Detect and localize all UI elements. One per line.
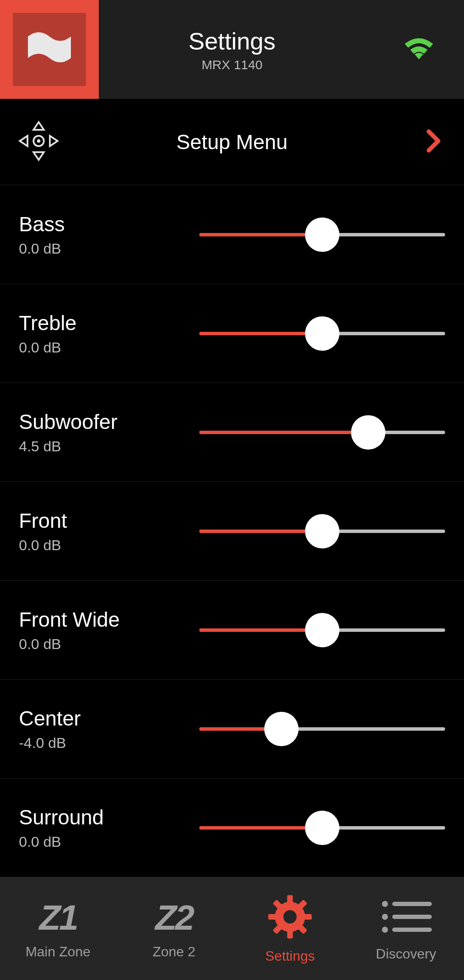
slider-thumb[interactable] <box>264 712 299 746</box>
page-title: Settings <box>189 27 275 55</box>
slider-row-front: Front0.0 dB <box>0 481 464 580</box>
flag-icon <box>26 30 73 69</box>
svg-marker-3 <box>50 136 58 146</box>
slider-fill <box>199 233 322 236</box>
svg-point-15 <box>284 910 297 923</box>
slider-fill <box>199 530 322 533</box>
slider-thumb[interactable] <box>305 613 339 647</box>
gear-icon <box>266 893 314 942</box>
setup-menu-row[interactable]: Setup Menu <box>0 99 464 185</box>
slider-thumb[interactable] <box>305 217 339 252</box>
slider-labels: Bass0.0 dB <box>19 212 199 257</box>
slider-fill <box>199 332 322 335</box>
svg-marker-0 <box>34 122 44 130</box>
slider-labels: Subwoofer4.5 dB <box>19 410 199 455</box>
app-logo-button[interactable] <box>0 0 99 99</box>
nav-label: Discovery <box>376 946 436 962</box>
slider-labels: Front Wide0.0 dB <box>19 608 199 652</box>
slider-name: Front <box>19 509 199 533</box>
dpad-nav-icon[interactable] <box>17 119 60 164</box>
svg-rect-10 <box>302 914 312 919</box>
slider-fill <box>199 826 322 830</box>
slider-fill <box>199 431 368 434</box>
list-icon <box>378 895 434 940</box>
slider-thumb[interactable] <box>351 415 385 450</box>
slider-labels: Front0.0 dB <box>19 509 199 554</box>
nav-discovery[interactable]: Discovery <box>348 877 464 980</box>
slider-bass[interactable] <box>199 217 445 252</box>
slider-row-surround: Surround0.0 dB <box>0 778 464 877</box>
slider-value: 0.0 dB <box>19 833 199 850</box>
slider-thumb[interactable] <box>305 811 339 845</box>
slider-name: Surround <box>19 805 199 829</box>
slider-name: Bass <box>19 212 199 236</box>
svg-rect-8 <box>287 929 293 938</box>
svg-rect-7 <box>287 895 293 904</box>
device-name: MRX 1140 <box>189 58 275 72</box>
nav-zone-2[interactable]: Z2 Zone 2 <box>116 877 232 980</box>
svg-point-16 <box>382 901 388 907</box>
app-logo-inner <box>13 13 86 86</box>
slider-subwoofer[interactable] <box>199 415 445 450</box>
slider-row-treble: Treble0.0 dB <box>0 284 464 383</box>
slider-row-front-wide: Front Wide0.0 dB <box>0 580 464 679</box>
nav-label: Main Zone <box>25 944 90 960</box>
slider-value: 0.0 dB <box>19 240 199 257</box>
slider-labels: Center-4.0 dB <box>19 707 199 751</box>
nav-label: Settings <box>265 948 315 964</box>
slider-name: Front Wide <box>19 608 199 631</box>
svg-rect-9 <box>268 914 278 919</box>
svg-point-5 <box>37 139 40 143</box>
slider-front[interactable] <box>199 514 445 548</box>
svg-marker-2 <box>20 136 27 146</box>
svg-point-18 <box>382 914 388 920</box>
slider-labels: Treble0.0 dB <box>19 311 199 356</box>
slider-treble[interactable] <box>199 316 445 351</box>
z1-icon: Z1 <box>39 897 77 938</box>
slider-fill <box>199 628 322 632</box>
slider-name: Center <box>19 707 199 730</box>
slider-thumb[interactable] <box>305 514 339 548</box>
chevron-right-icon[interactable] <box>425 128 443 156</box>
header-title-block: Settings MRX 1140 <box>189 27 275 72</box>
slider-value: 0.0 dB <box>19 537 199 554</box>
slider-value: 0.0 dB <box>19 636 199 652</box>
z2-icon: Z2 <box>155 897 193 938</box>
bottom-nav: Z1 Main Zone Z2 Zone 2 <box>0 877 464 980</box>
app-header: Settings MRX 1140 <box>0 0 464 99</box>
slider-surround[interactable] <box>199 811 445 845</box>
setup-menu-label: Setup Menu <box>177 130 288 154</box>
slider-center[interactable] <box>199 712 445 746</box>
slider-name: Subwoofer <box>19 410 199 434</box>
slider-thumb[interactable] <box>305 316 339 351</box>
slider-row-bass: Bass0.0 dB <box>0 185 464 284</box>
nav-main-zone[interactable]: Z1 Main Zone <box>0 877 116 980</box>
slider-value: 0.0 dB <box>19 339 199 356</box>
nav-settings[interactable]: Settings <box>232 877 348 980</box>
svg-point-20 <box>382 927 388 933</box>
sliders-list: Bass0.0 dBTreble0.0 dBSubwoofer4.5 dBFro… <box>0 185 464 877</box>
wifi-status-icon[interactable] <box>400 34 438 65</box>
slider-value: 4.5 dB <box>19 438 199 455</box>
slider-front-wide[interactable] <box>199 613 445 647</box>
nav-label: Zone 2 <box>153 944 195 960</box>
slider-row-center: Center-4.0 dB <box>0 679 464 778</box>
slider-value: -4.0 dB <box>19 735 199 751</box>
svg-marker-1 <box>34 152 44 160</box>
slider-name: Treble <box>19 311 199 335</box>
slider-row-subwoofer: Subwoofer4.5 dB <box>0 383 464 481</box>
slider-labels: Surround0.0 dB <box>19 805 199 850</box>
